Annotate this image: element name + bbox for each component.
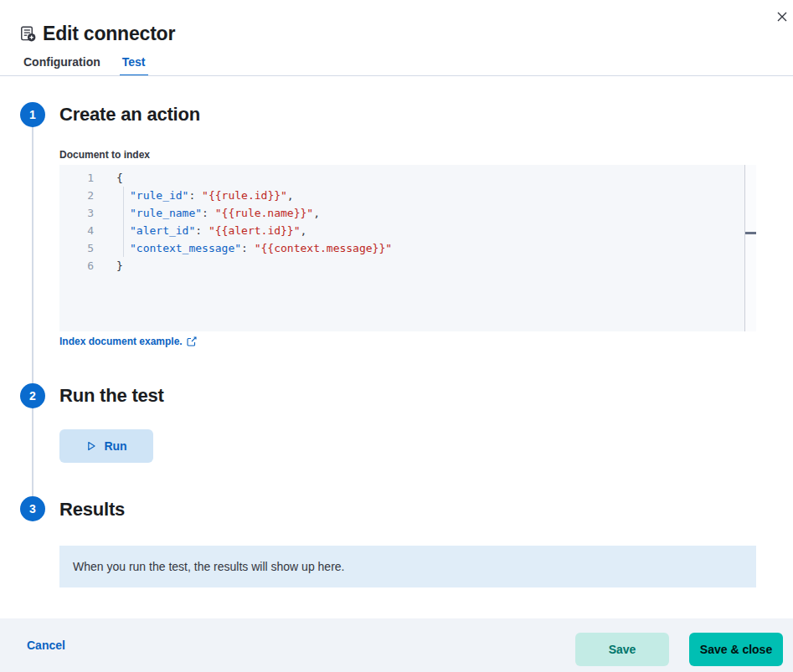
step-2-title: Run the test bbox=[59, 385, 164, 407]
example-link-label: Index document example. bbox=[59, 336, 183, 347]
run-button[interactable]: Run bbox=[59, 429, 153, 463]
step-3-title: Results bbox=[59, 499, 125, 521]
flyout-header: Edit connector bbox=[20, 23, 175, 45]
flyout-footer bbox=[0, 618, 793, 672]
step-2-indicator: 2 bbox=[20, 383, 45, 408]
results-placeholder-panel: When you run the test, the results will … bbox=[59, 546, 756, 587]
json-code-editor[interactable]: 123456 {"rule_id": "{{rule.id}}","rule_n… bbox=[59, 165, 756, 331]
index-edit-icon bbox=[20, 26, 36, 42]
results-placeholder-text: When you run the test, the results will … bbox=[73, 560, 345, 573]
save-and-close-button[interactable]: Save & close bbox=[689, 633, 783, 666]
close-icon bbox=[776, 11, 788, 23]
editor-code[interactable]: {"rule_id": "{{rule.id}}","rule_name": "… bbox=[106, 169, 392, 274]
tab-test[interactable]: Test bbox=[120, 52, 148, 76]
document-to-index-label: Document to index bbox=[59, 149, 150, 161]
external-link-icon bbox=[187, 336, 197, 346]
editor-overview-ruler[interactable] bbox=[744, 165, 756, 331]
steps-connector-line bbox=[32, 115, 33, 509]
run-button-label: Run bbox=[104, 439, 126, 453]
close-button[interactable] bbox=[772, 7, 792, 27]
editor-gutter: 123456 bbox=[59, 169, 106, 274]
play-icon bbox=[85, 440, 97, 452]
header-divider bbox=[0, 75, 793, 76]
step-1-title: Create an action bbox=[59, 104, 200, 126]
ruler-marker bbox=[745, 232, 756, 234]
step-1-indicator: 1 bbox=[20, 102, 45, 127]
cancel-button[interactable]: Cancel bbox=[20, 628, 72, 662]
indent-guide bbox=[123, 187, 124, 257]
tab-bar: Configuration Test bbox=[21, 52, 148, 76]
tab-configuration[interactable]: Configuration bbox=[21, 52, 103, 76]
page-title: Edit connector bbox=[43, 23, 175, 45]
save-button[interactable]: Save bbox=[575, 633, 669, 666]
edit-connector-flyout: Edit connector Configuration Test 1 Crea… bbox=[0, 0, 793, 672]
index-document-example-link[interactable]: Index document example. bbox=[59, 336, 197, 347]
step-3-indicator: 3 bbox=[20, 496, 45, 521]
